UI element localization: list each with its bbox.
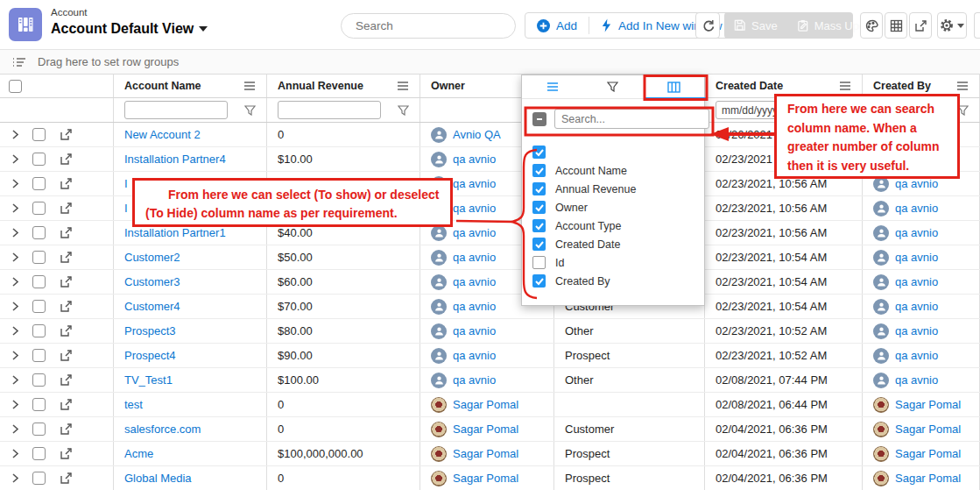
column-list-item[interactable] xyxy=(532,143,704,161)
created-by-link[interactable]: Sagar Pomal xyxy=(895,447,961,460)
owner-link[interactable]: qa avnio xyxy=(453,153,496,166)
open-record-icon[interactable] xyxy=(60,153,73,166)
expand-chevron-icon[interactable] xyxy=(12,473,18,483)
created-by-link[interactable]: qa avnio xyxy=(895,177,938,190)
created-by-link[interactable]: qa avnio xyxy=(895,275,938,288)
created-by-link[interactable]: qa avnio xyxy=(895,226,938,239)
owner-link[interactable]: Avnio QA xyxy=(453,128,501,141)
created-by-link[interactable]: qa avnio xyxy=(895,251,938,264)
owner-link[interactable]: qa avnio xyxy=(453,251,496,264)
column-checkbox[interactable] xyxy=(532,238,546,251)
column-search-input[interactable] xyxy=(554,109,709,129)
open-record-icon[interactable] xyxy=(60,177,73,190)
created-by-link[interactable]: Sagar Pomal xyxy=(895,472,961,485)
owner-link[interactable]: qa avnio xyxy=(453,275,496,288)
account-name-link[interactable]: Customer2 xyxy=(124,251,180,264)
column-list-item[interactable]: Annual Revenue xyxy=(532,180,704,198)
column-checkbox[interactable] xyxy=(532,164,546,177)
open-external-button[interactable] xyxy=(909,12,932,39)
row-checkbox[interactable] xyxy=(32,349,46,362)
owner-link[interactable]: Sagar Pomal xyxy=(453,423,518,436)
toolbar-overflow-button[interactable] xyxy=(974,12,980,39)
account-name-link[interactable]: TV_Test1 xyxy=(124,373,173,387)
account-name-link[interactable]: Prospect4 xyxy=(124,349,176,362)
open-record-icon[interactable] xyxy=(60,226,73,239)
owner-link[interactable]: Sagar Pomal xyxy=(453,398,518,411)
created-by-link[interactable]: Sagar Pomal xyxy=(895,398,961,411)
open-record-icon[interactable] xyxy=(60,472,73,485)
open-record-icon[interactable] xyxy=(60,349,73,362)
expand-chevron-icon[interactable] xyxy=(12,154,18,164)
column-checkbox[interactable] xyxy=(532,274,546,288)
filter-funnel-icon[interactable] xyxy=(244,105,256,116)
open-record-icon[interactable] xyxy=(60,373,73,387)
created-by-link[interactable]: qa avnio xyxy=(895,373,938,387)
row-checkbox[interactable] xyxy=(32,472,46,485)
expand-chevron-icon[interactable] xyxy=(12,277,18,287)
account-name-link[interactable]: Acme xyxy=(124,447,153,460)
column-list-item[interactable]: Account Name xyxy=(532,161,704,180)
column-menu-icon[interactable] xyxy=(839,81,851,91)
row-checkbox[interactable] xyxy=(32,447,46,460)
row-checkbox[interactable] xyxy=(32,324,46,337)
open-record-icon[interactable] xyxy=(60,128,73,141)
expand-chevron-icon[interactable] xyxy=(12,326,18,336)
row-checkbox[interactable] xyxy=(32,423,46,436)
account-name-link[interactable]: Customer4 xyxy=(124,300,180,313)
owner-link[interactable]: Sagar Pomal xyxy=(453,447,518,460)
expand-chevron-icon[interactable] xyxy=(12,375,18,385)
column-checkbox[interactable] xyxy=(532,201,546,214)
created-by-link[interactable]: qa avnio xyxy=(895,349,938,362)
settings-button[interactable] xyxy=(937,12,967,39)
account-name-link[interactable]: Prospect3 xyxy=(124,324,176,337)
created-by-link[interactable]: qa avnio xyxy=(895,324,938,337)
open-record-icon[interactable] xyxy=(60,423,73,436)
expand-chevron-icon[interactable] xyxy=(12,252,18,262)
account-name-link[interactable]: New Account 2 xyxy=(124,128,201,141)
select-all-checkbox[interactable] xyxy=(9,80,22,93)
expand-chevron-icon[interactable] xyxy=(12,351,18,360)
owner-link[interactable]: qa avnio xyxy=(453,349,496,362)
owner-link[interactable]: qa avnio xyxy=(453,324,496,337)
view-title-dropdown[interactable]: Account Default View xyxy=(51,21,208,37)
expand-chevron-icon[interactable] xyxy=(12,203,18,213)
expand-chevron-icon[interactable] xyxy=(12,424,18,434)
expand-chevron-icon[interactable] xyxy=(12,130,18,139)
account-name-link[interactable]: I xyxy=(124,202,128,215)
row-checkbox[interactable] xyxy=(32,373,46,387)
owner-link[interactable]: qa avnio xyxy=(453,202,496,215)
created-by-link[interactable]: Sagar Pomal xyxy=(895,423,961,436)
column-list-item[interactable]: Created Date xyxy=(532,235,704,253)
row-group-bar[interactable]: Drag here to set row groups xyxy=(0,50,980,75)
column-header-annual-revenue[interactable]: Annual Revenue xyxy=(267,75,420,97)
owner-link[interactable]: qa avnio xyxy=(453,300,496,313)
column-list-item[interactable]: Id xyxy=(532,253,704,272)
column-checkbox[interactable] xyxy=(532,219,546,232)
created-by-link[interactable]: qa avnio xyxy=(895,300,938,313)
column-checkbox[interactable] xyxy=(532,256,546,269)
account-name-link[interactable]: test xyxy=(124,398,143,411)
add-button[interactable]: Add xyxy=(525,13,589,38)
column-checkbox[interactable] xyxy=(532,146,546,159)
open-record-icon[interactable] xyxy=(60,275,73,288)
owner-link[interactable]: qa avnio xyxy=(453,177,496,190)
account-name-link[interactable]: Global Media xyxy=(124,472,192,485)
column-menu-icon[interactable] xyxy=(956,81,969,91)
expand-chevron-icon[interactable] xyxy=(12,302,18,311)
popup-filter-tab[interactable] xyxy=(582,75,643,98)
open-record-icon[interactable] xyxy=(60,251,73,264)
open-record-icon[interactable] xyxy=(60,324,73,337)
account-name-link[interactable]: Installation Partner1 xyxy=(124,226,226,239)
search-input[interactable] xyxy=(356,19,511,32)
column-header-account-name[interactable]: Account Name xyxy=(114,75,267,97)
account-name-link[interactable]: Customer3 xyxy=(124,275,180,288)
column-menu-icon[interactable] xyxy=(397,81,409,91)
row-checkbox[interactable] xyxy=(32,128,46,141)
save-button[interactable]: Save xyxy=(724,19,787,32)
table-density-button[interactable] xyxy=(885,12,907,39)
column-menu-icon[interactable] xyxy=(243,81,256,91)
account-name-link[interactable]: Installation Partner4 xyxy=(124,153,226,166)
column-list-item[interactable]: Account Type xyxy=(532,217,704,235)
row-checkbox[interactable] xyxy=(32,300,46,313)
account-name-link[interactable]: I xyxy=(124,177,128,190)
